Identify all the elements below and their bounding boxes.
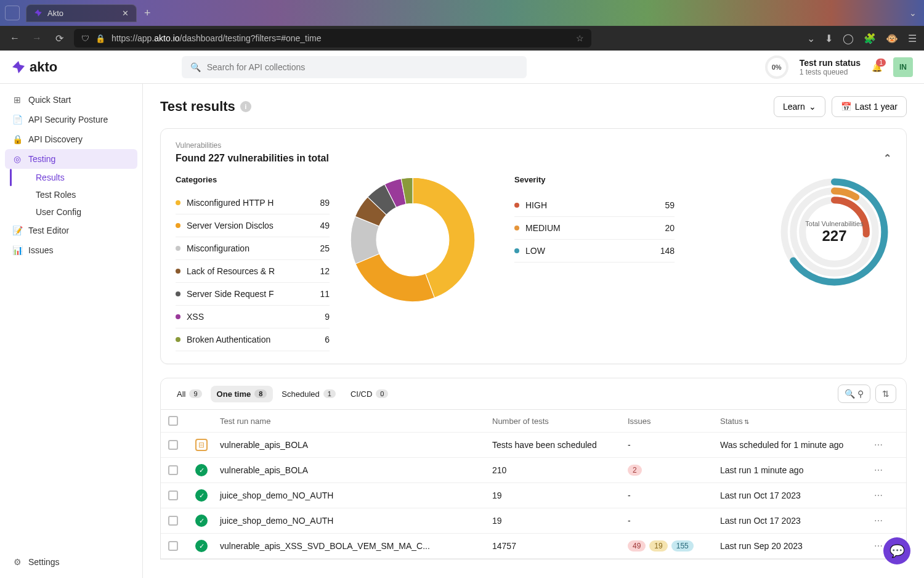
issue-pill: 19 bbox=[649, 540, 667, 552]
forward-button: → bbox=[30, 33, 44, 44]
extensions-icon[interactable]: 🧩 bbox=[864, 33, 876, 44]
sidebar-item[interactable]: 📊Issues bbox=[5, 240, 137, 260]
category-row[interactable]: Server Version Disclos49 bbox=[176, 214, 330, 237]
row-more-button[interactable]: ⋯ bbox=[874, 516, 899, 526]
date-range-button[interactable]: 📅Last 1 year bbox=[832, 96, 907, 117]
category-row[interactable]: Misconfigured HTTP H89 bbox=[176, 192, 330, 214]
issues-cell: 4919155 bbox=[628, 540, 720, 552]
issue-pill: 155 bbox=[671, 540, 694, 552]
url-text: https://app.akto.io/dashboard/testing?fi… bbox=[111, 33, 322, 43]
reload-button[interactable]: ⟳ bbox=[52, 33, 67, 44]
account-icon[interactable]: ◯ bbox=[843, 33, 854, 44]
table-row[interactable]: ✓ juice_shop_demo_NO_AUTH 19 - Last run … bbox=[161, 508, 906, 534]
avatar[interactable]: IN bbox=[893, 57, 913, 77]
severity-row[interactable]: LOW148 bbox=[514, 240, 675, 263]
sort-button[interactable]: ⇅ bbox=[875, 385, 896, 403]
tab-title: Akto bbox=[47, 9, 63, 18]
runs-tab[interactable]: All9 bbox=[171, 386, 208, 402]
color-dot bbox=[176, 337, 180, 342]
col-tests[interactable]: Number of tests bbox=[492, 417, 628, 426]
sidebar-item-settings[interactable]: ⚙ Settings bbox=[5, 552, 137, 572]
category-label: Server Version Disclos bbox=[187, 221, 315, 230]
learn-button[interactable]: Learn⌄ bbox=[774, 96, 825, 117]
search-input[interactable] bbox=[207, 62, 518, 72]
close-icon[interactable]: ✕ bbox=[122, 9, 129, 18]
nav-icon: 📊 bbox=[12, 245, 22, 255]
logo-icon bbox=[11, 60, 26, 75]
category-label: Server Side Request F bbox=[187, 289, 315, 299]
num-tests: 14757 bbox=[492, 541, 628, 551]
severity-row[interactable]: MEDIUM20 bbox=[514, 217, 675, 240]
sidebar-item[interactable]: ⊞Quick Start bbox=[5, 90, 137, 110]
tab-label: Scheduled bbox=[282, 389, 319, 399]
pocket-icon[interactable]: ⌄ bbox=[807, 33, 815, 44]
row-checkbox[interactable] bbox=[168, 490, 178, 500]
new-tab-button[interactable]: + bbox=[144, 7, 151, 20]
chat-button[interactable]: 💬 bbox=[883, 537, 910, 564]
category-row[interactable]: Misconfiguration25 bbox=[176, 237, 330, 260]
progress-ring[interactable]: 0% bbox=[765, 55, 788, 79]
url-bar[interactable]: 🛡 🔒 https://app.akto.io/dashboard/testin… bbox=[74, 29, 591, 47]
logo[interactable]: akto bbox=[11, 59, 57, 75]
sidebar-subitem[interactable]: Results bbox=[28, 169, 137, 186]
category-value: 6 bbox=[325, 335, 330, 344]
search-filter-button[interactable]: 🔍 ⚲ bbox=[838, 385, 870, 403]
table-row[interactable]: ✓ juice_shop_demo_NO_AUTH 19 - Last run … bbox=[161, 483, 906, 508]
row-checkbox[interactable] bbox=[168, 440, 178, 450]
downloads-icon[interactable]: ⬇ bbox=[825, 33, 833, 44]
status-title: Test run status bbox=[800, 58, 861, 68]
sidebar-item[interactable]: ◎Testing bbox=[5, 149, 137, 169]
back-button[interactable]: ← bbox=[7, 33, 22, 44]
test-run-status[interactable]: Test run status 1 tests queued bbox=[800, 58, 861, 76]
bookmark-icon[interactable]: ☆ bbox=[576, 33, 584, 43]
collapse-icon[interactable]: ⌃ bbox=[883, 152, 891, 164]
table-row[interactable]: ⊟ vulnerable_apis_BOLA Tests have been s… bbox=[161, 433, 906, 458]
table-row[interactable]: ✓ vulnerable_apis_BOLA 210 2 Last run 1 … bbox=[161, 458, 906, 483]
select-all-checkbox[interactable] bbox=[168, 416, 178, 426]
row-checkbox[interactable] bbox=[168, 465, 178, 475]
nav-label: Results bbox=[36, 173, 65, 182]
runs-tab[interactable]: One time8 bbox=[211, 386, 274, 402]
row-checkbox[interactable] bbox=[168, 541, 178, 551]
sidebar-subitem[interactable]: Test Roles bbox=[28, 186, 137, 203]
sidebar-item[interactable]: 🔒API Discovery bbox=[5, 129, 137, 149]
tab-count: 1 bbox=[323, 389, 336, 398]
sidebar-item[interactable]: 📄API Security Posture bbox=[5, 110, 137, 129]
category-row[interactable]: Lack of Resources & R12 bbox=[176, 260, 330, 283]
col-status[interactable]: Status⇅ bbox=[720, 417, 874, 426]
tabs-dropdown-icon[interactable]: ⌄ bbox=[907, 8, 919, 18]
category-row[interactable]: Server Side Request F11 bbox=[176, 283, 330, 306]
row-more-button[interactable]: ⋯ bbox=[874, 465, 899, 475]
color-dot bbox=[176, 291, 180, 296]
category-row[interactable]: Broken Authentication6 bbox=[176, 328, 330, 351]
row-more-button[interactable]: ⋯ bbox=[874, 490, 899, 500]
col-name[interactable]: Test run name bbox=[220, 417, 492, 426]
sidebar-subitem[interactable]: User Config bbox=[28, 203, 137, 221]
search-box[interactable]: 🔍 bbox=[182, 56, 527, 78]
menu-icon[interactable]: ☰ bbox=[908, 33, 917, 44]
main-content: Test results i Learn⌄ 📅Last 1 year Vulne… bbox=[143, 84, 924, 578]
runs-tab[interactable]: CI/CD0 bbox=[344, 386, 395, 402]
severity-value: 148 bbox=[660, 246, 675, 256]
table-row[interactable]: ✓ vulnerable_apis_XSS_SVD_BOLA_VEM_SM_MA… bbox=[161, 534, 906, 559]
severity-row[interactable]: HIGH59 bbox=[514, 194, 675, 217]
tab-label: One time bbox=[217, 389, 251, 399]
card-title: Found 227 vulnerabilities in total bbox=[176, 153, 329, 164]
run-name: juice_shop_demo_NO_AUTH bbox=[220, 516, 492, 526]
row-more-button[interactable]: ⋯ bbox=[874, 440, 899, 450]
extension-icon[interactable]: 🐵 bbox=[886, 33, 898, 44]
nav-label: API Discovery bbox=[28, 134, 83, 144]
sidebar-toggle-icon[interactable] bbox=[5, 6, 20, 20]
severity-label: HIGH bbox=[525, 200, 547, 210]
nav-icon: ⊞ bbox=[12, 95, 22, 105]
browser-tab[interactable]: Akto ✕ bbox=[26, 4, 137, 22]
run-name: juice_shop_demo_NO_AUTH bbox=[220, 490, 492, 500]
category-row[interactable]: XSS9 bbox=[176, 306, 330, 328]
notifications-button[interactable]: 🔔 1 bbox=[872, 62, 882, 72]
sidebar-item[interactable]: 📝Test Editor bbox=[5, 221, 137, 240]
runs-tab[interactable]: Scheduled1 bbox=[275, 386, 342, 402]
col-issues[interactable]: Issues bbox=[628, 417, 720, 426]
color-dot bbox=[514, 203, 519, 208]
info-icon[interactable]: i bbox=[240, 101, 251, 112]
row-checkbox[interactable] bbox=[168, 516, 178, 526]
